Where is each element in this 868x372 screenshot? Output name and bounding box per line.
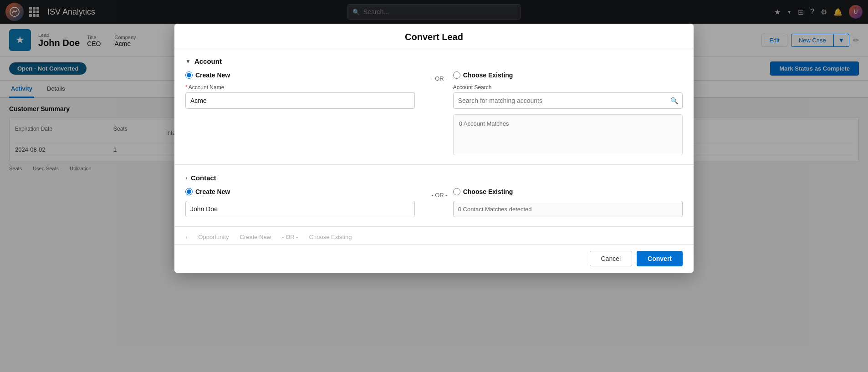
account-choose-existing-label: Choose Existing <box>463 71 513 79</box>
opp-chevron-icon: › <box>185 234 187 240</box>
contact-matches-display: 0 Contact Matches detected <box>453 201 683 217</box>
contact-section-header: › Contact <box>185 174 683 182</box>
contact-create-new-label: Create New <box>195 188 230 195</box>
account-search-label: Account Search <box>453 84 683 91</box>
account-create-new-label: Create New <box>195 71 230 79</box>
contact-create-new-radio[interactable] <box>185 188 193 195</box>
account-section: ▼ Account Create New *Account Name <box>174 48 694 165</box>
account-name-field: *Account Name <box>185 84 415 109</box>
convert-lead-modal: Convert Lead × ▼ Account Create New <box>174 24 694 273</box>
cancel-button[interactable]: Cancel <box>590 251 633 266</box>
opp-choose-existing-partial: Choose Existing <box>309 234 352 240</box>
account-name-label: *Account Name <box>185 84 415 91</box>
modal-header: Convert Lead × <box>174 24 694 48</box>
contact-name-input[interactable] <box>185 201 415 217</box>
contact-section-label: Contact <box>191 174 216 182</box>
account-section-label: Account <box>194 57 222 65</box>
modal-footer: Cancel Convert <box>174 244 694 273</box>
account-name-input[interactable] <box>185 92 415 109</box>
opportunity-label: Opportunity <box>198 234 229 240</box>
contact-section-body: Create New - OR - Choose Existing 0 <box>185 188 683 217</box>
contact-choose-existing-label: Choose Existing <box>463 188 513 195</box>
account-search-icon: 🔍 <box>670 97 678 104</box>
modal-title: Convert Lead <box>405 32 463 42</box>
opp-create-new-partial: Create New <box>240 234 271 240</box>
contact-or-label: - OR - <box>426 190 453 200</box>
account-choose-existing-panel: Choose Existing Account Search 🔍 0 Accou… <box>453 71 683 155</box>
account-search-input[interactable] <box>453 92 683 109</box>
contact-matches-text: 0 Contact Matches detected <box>458 206 532 213</box>
contact-chevron-icon[interactable]: › <box>185 175 187 181</box>
account-or-label: - OR - <box>426 73 453 84</box>
contact-section: › Contact Create New - OR - <box>174 165 694 227</box>
account-choose-existing-radio[interactable] <box>453 71 460 79</box>
contact-create-new-panel: Create New <box>185 188 426 217</box>
contact-choose-existing-radio[interactable] <box>453 188 460 195</box>
account-search-wrapper: 🔍 <box>453 92 683 109</box>
modal-close-button[interactable]: × <box>683 24 694 25</box>
account-section-header: ▼ Account <box>185 57 683 65</box>
modal-body[interactable]: ▼ Account Create New *Account Name <box>174 48 694 244</box>
account-create-new-panel: Create New *Account Name <box>185 71 426 114</box>
account-create-new-radio[interactable] <box>185 71 193 79</box>
opp-or-partial: - OR - <box>282 234 298 240</box>
account-matches-box: 0 Account Matches <box>453 114 683 155</box>
contact-choose-existing-panel: Choose Existing 0 Contact Matches detect… <box>453 188 683 217</box>
required-star: * <box>185 84 188 91</box>
account-search-field: Account Search 🔍 <box>453 84 683 109</box>
contact-create-new-radio-group: Create New <box>185 188 415 195</box>
account-choose-existing-radio-group: Choose Existing <box>453 71 683 79</box>
contact-choose-existing-radio-group: Choose Existing <box>453 188 683 195</box>
account-section-body: Create New *Account Name - OR - <box>185 71 683 155</box>
modal-overlay: Convert Lead × ▼ Account Create New <box>0 0 868 372</box>
convert-button[interactable]: Convert <box>637 251 683 266</box>
account-chevron-icon[interactable]: ▼ <box>185 58 191 65</box>
account-matches-text: 0 Account Matches <box>459 120 509 127</box>
opportunity-section-partial: › Opportunity Create New - OR - Choose E… <box>174 227 694 244</box>
account-create-new-radio-group: Create New <box>185 71 415 79</box>
